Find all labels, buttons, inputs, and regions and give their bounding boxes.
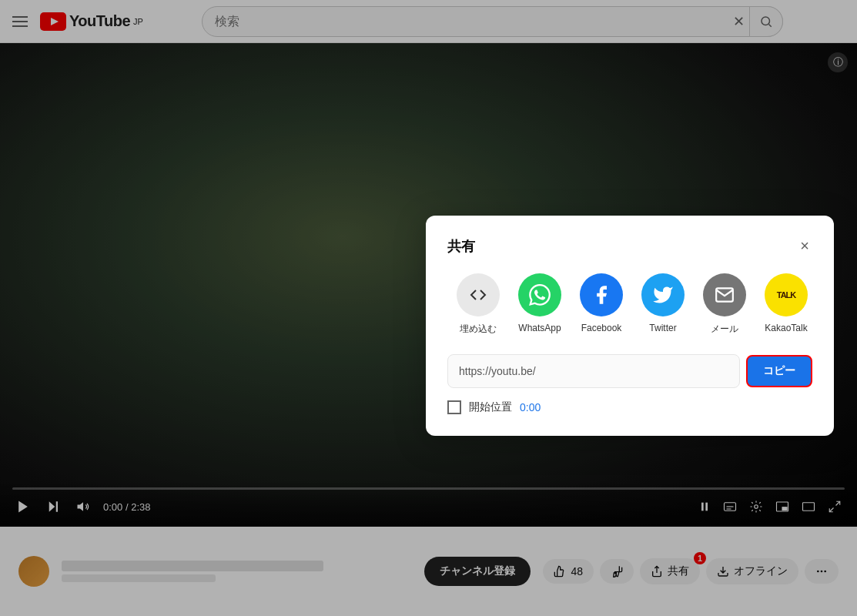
kakao-label: KakaoTalk [765,323,807,333]
facebook-icon [580,273,623,316]
modal-title: 共有 [447,237,475,256]
share-modal: 共有 × 埋め込む WhatsApp [426,216,834,436]
embed-icon [457,273,500,316]
modal-close-button[interactable]: × [797,234,812,258]
share-item-embed[interactable]: 埋め込む [447,273,509,336]
modal-header: 共有 × [447,234,812,258]
share-item-mail[interactable]: メール [694,273,755,336]
kakao-icon: TALK [765,273,808,316]
share-item-kakao[interactable]: TALK KakaoTalk [755,273,812,333]
url-row: コピー [447,354,812,388]
overlay: 共有 × 埋め込む WhatsApp [0,0,857,616]
start-time-value: 0:00 [520,401,541,413]
share-item-facebook[interactable]: Facebook [571,273,632,333]
share-item-twitter[interactable]: Twitter [632,273,694,333]
facebook-label: Facebook [581,323,622,333]
twitter-icon [641,273,685,316]
start-time-checkbox[interactable] [447,400,461,414]
whatsapp-label: WhatsApp [518,323,561,333]
embed-label: 埋め込む [460,323,497,336]
copy-button[interactable]: コピー [746,355,812,387]
start-time-label: 開始位置 [469,400,512,414]
twitter-label: Twitter [649,323,676,333]
whatsapp-icon [518,273,561,316]
mail-label: メール [711,323,738,336]
share-item-whatsapp[interactable]: WhatsApp [509,273,571,333]
mail-icon [703,273,746,316]
share-icons-row: 埋め込む WhatsApp Facebook [447,273,812,336]
checkbox-row: 開始位置 0:00 [447,400,812,414]
url-input[interactable] [447,354,740,388]
